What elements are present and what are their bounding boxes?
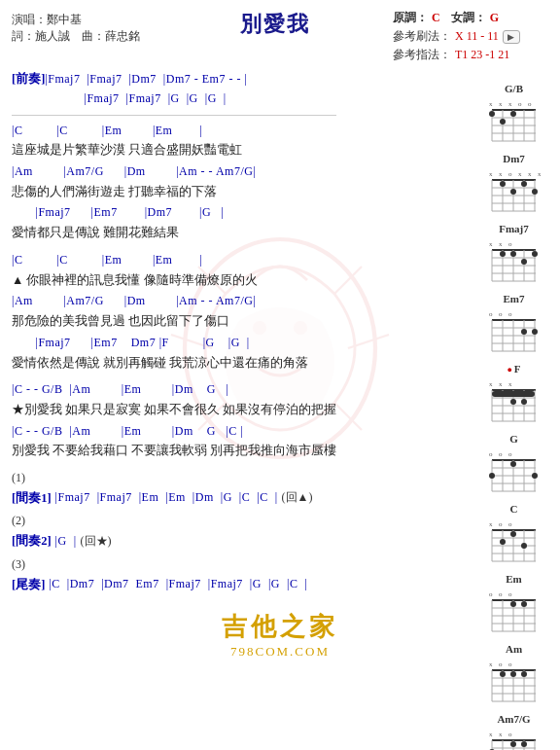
interlude2-end: (回★)	[81, 532, 112, 552]
finger-line: 參考指法： T1 23 -1 21	[393, 47, 548, 63]
interlude1-tag: [間奏1]	[12, 488, 52, 509]
svg-point-72	[532, 329, 538, 335]
v2-lyrics-3: 愛情依然是傳說 就別再觸碰 我荒涼心中還在痛的角落	[12, 353, 336, 374]
v2-chords-3: |Fmaj7 |Em7 Dm7 |F |G |G |	[12, 334, 336, 353]
svg-point-56	[521, 259, 527, 265]
chord-am-name: Am	[506, 643, 522, 655]
svg-text:x: x	[518, 170, 522, 178]
svg-text:o: o	[499, 450, 503, 458]
svg-text:o: o	[489, 310, 493, 318]
svg-text:x: x	[489, 170, 493, 178]
svg-text:x: x	[499, 170, 503, 178]
interlude2-label: (2)	[12, 512, 336, 531]
chord-f-dot: ●	[507, 365, 511, 375]
strum-play-btn[interactable]: ▶	[503, 30, 520, 44]
chord-am7g-name: Am7/G	[497, 713, 530, 725]
chord-c-name: C	[510, 503, 518, 515]
prelude-chords-1: |Fmaj7 |Fmaj7 |Dm7 |Dm7 - Em7 - - |	[45, 72, 247, 86]
female-key-value: G	[490, 11, 499, 25]
svg-text:x: x	[538, 170, 541, 178]
svg-text:o: o	[499, 520, 503, 528]
chord-gb: G/B x x x o o	[487, 83, 541, 145]
chord-f-name-row: ● F	[507, 363, 520, 376]
chorus-section: |C - - G/B |Am |Em |Dm G | ★別愛我 如果只是寂寞 如…	[12, 380, 336, 461]
svg-text:o: o	[508, 170, 512, 178]
svg-text:x: x	[508, 100, 512, 108]
svg-text:x: x	[489, 380, 493, 388]
strum-line: 參考刷法： X 11 - 11 ▶	[393, 28, 548, 45]
original-key-value: C	[432, 11, 440, 25]
svg-text:o: o	[508, 590, 512, 598]
chorus-chords-2: |C - - G/B |Am |Em |Dm G |C |	[12, 422, 336, 442]
chord-am7g-svg: x x o	[487, 727, 541, 750]
finger-value: T1 23 -1 21	[455, 48, 509, 62]
outro-section: (3) [尾奏] |C |Dm7 |Dm7 Em7 |Fmaj7 |Fmaj7 …	[12, 555, 336, 594]
prelude-section: [前奏]|Fmaj7 |Fmaj7 |Dm7 |Dm7 - Em7 - - | …	[12, 69, 336, 109]
chord-em7-name: Em7	[504, 293, 525, 304]
chord-c: C x o o	[487, 503, 541, 565]
svg-point-38	[510, 189, 516, 195]
prelude-label: [前奏]	[12, 72, 45, 86]
interlude2-tag: [間奏2]	[12, 531, 52, 552]
chord-em-svg: o o o	[487, 587, 541, 635]
svg-point-39	[521, 181, 527, 187]
svg-text:x: x	[499, 380, 503, 388]
chorus-lyrics-2: 別愛我 不要給我藉口 不要讓我軟弱 別再把我推向海市蜃樓	[12, 441, 336, 461]
svg-point-57	[532, 251, 538, 257]
credits-line: 詞：施人誠 曲：薛忠銘	[12, 28, 158, 45]
v2-lyrics-1: ▲ 你眼神裡的訊息我懂 像隨時準備燎原的火	[12, 270, 336, 291]
key-info-block: 原調： C 女調： G 參考刷法： X 11 - 11 ▶ 參考指法： T1 2…	[393, 10, 548, 65]
outro-label: (3)	[12, 555, 336, 575]
svg-text:o: o	[499, 310, 503, 318]
svg-point-102	[489, 473, 495, 479]
chord-dm7-svg: x x o x x x	[487, 166, 541, 215]
left-header: 演唱：鄭中基 詞：施人誠 曲：薛忠銘	[12, 10, 158, 45]
chord-g-name: G	[509, 433, 518, 445]
music-credit: 曲：薛忠銘	[82, 29, 140, 43]
interlude1-label: (1)	[12, 469, 336, 488]
svg-point-20	[510, 111, 516, 117]
main-content: 演唱：鄭中基 詞：施人誠 曲：薛忠銘 別愛我 原調： C 女調： G	[12, 10, 548, 660]
v1-chords-2: |Am |Am7/G |Dm |Am - - Am7/G|	[12, 162, 336, 182]
svg-point-150	[510, 671, 516, 677]
v1-lyrics-2: 悲傷的人們滿街遊走 打聽幸福的下落	[12, 182, 336, 202]
chord-am: Am x o o	[487, 643, 541, 705]
svg-point-151	[521, 671, 527, 677]
interlude2-chords: |G |	[55, 532, 77, 552]
interlude1-row: [間奏1] |Fmaj7 |Fmaj7 |Em |Em |Dm |G |C |C…	[12, 488, 336, 509]
svg-text:o: o	[489, 450, 493, 458]
outro-tag: [尾奏]	[12, 575, 45, 595]
svg-text:x: x	[528, 170, 532, 178]
body-area: [前奏]|Fmaj7 |Fmaj7 |Dm7 |Dm7 - Em7 - - | …	[12, 69, 548, 594]
svg-text:o: o	[489, 590, 493, 598]
finger-label: 參考指法：	[393, 47, 451, 63]
svg-text:o: o	[499, 661, 503, 668]
chord-em7-svg: o o o	[487, 306, 541, 355]
divider-1	[12, 115, 336, 116]
chord-em: Em o o o	[487, 573, 541, 635]
v1-lyrics-1: 這座城是片繁華沙漠 只適合盛開妖豔電虹	[12, 140, 336, 161]
chord-am7g: Am7/G x x o	[487, 713, 541, 750]
svg-point-118	[500, 539, 506, 545]
bottom-brand: 吉他之家 798COM.COM	[12, 610, 548, 660]
chord-diagrams-column: G/B x x x o o	[487, 83, 541, 750]
female-key-label: 女調：	[451, 10, 486, 26]
song-body: [前奏]|Fmaj7 |Fmaj7 |Dm7 |Dm7 - Em7 - - | …	[12, 69, 336, 594]
interlude2-section: (2) [間奏2] |G | (回★)	[12, 512, 336, 551]
header: 演唱：鄭中基 詞：施人誠 曲：薛忠銘 別愛我 原調： C 女調： G	[12, 10, 548, 65]
svg-rect-86	[492, 391, 535, 397]
chord-em-name: Em	[506, 573, 522, 585]
interlude1-section: (1) [間奏1] |Fmaj7 |Fmaj7 |Em |Em |Dm |G |…	[12, 469, 336, 508]
svg-point-119	[510, 531, 516, 537]
chord-gb-name: G/B	[505, 83, 523, 94]
singer-line: 演唱：鄭中基	[12, 12, 158, 28]
chord-em7: Em7 o o o	[487, 293, 541, 355]
strum-value: X 11 - 11	[455, 29, 499, 44]
svg-text:x: x	[489, 240, 493, 248]
outro-row: [尾奏] |C |Dm7 |Dm7 Em7 |Fmaj7 |Fmaj7 |G |…	[12, 575, 336, 595]
lyrics-credit: 詞：施人誠	[12, 29, 70, 43]
svg-point-104	[532, 473, 538, 479]
svg-text:x: x	[489, 661, 493, 668]
svg-text:x: x	[508, 380, 512, 388]
svg-point-134	[510, 601, 516, 607]
